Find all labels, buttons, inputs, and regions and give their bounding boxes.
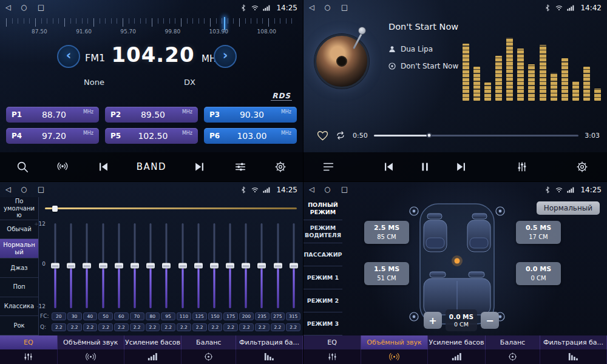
broadcast-icon[interactable] — [56, 160, 69, 174]
nav-recents-icon[interactable]: □ — [341, 186, 348, 194]
skip-next-icon[interactable] — [455, 160, 468, 174]
nav-recents-icon[interactable]: □ — [38, 186, 44, 194]
balance-icon[interactable] — [181, 349, 236, 364]
nav-recents-icon[interactable]: □ — [341, 4, 348, 12]
nav-back-icon[interactable]: ◁ — [309, 4, 314, 12]
preset-unit: MHz — [281, 130, 291, 136]
master-level-handle[interactable] — [52, 206, 58, 212]
tab-balance[interactable]: Баланс — [486, 335, 540, 349]
eq-preset-item[interactable]: По умолчанию — [0, 197, 38, 220]
eq-band-slider[interactable] — [146, 223, 155, 308]
bass-boost-icon[interactable] — [124, 349, 182, 364]
eq-band-slider[interactable] — [257, 223, 266, 308]
nav-back-icon[interactable]: ◁ — [5, 4, 11, 12]
eq-band-slider[interactable] — [226, 223, 234, 308]
progress-bar[interactable] — [374, 135, 579, 136]
tab-bass-boost[interactable]: Усиление басов — [124, 335, 182, 349]
eq-preset-item[interactable]: Классика — [0, 297, 38, 317]
eq-preset-item[interactable]: Джаз — [0, 258, 38, 278]
surround-mode-item[interactable]: РЕЖИМ 3 — [304, 312, 342, 335]
eq-band-slider[interactable] — [67, 223, 75, 308]
nav-recents-icon[interactable]: □ — [38, 4, 44, 12]
surround-speaker-icon[interactable] — [58, 349, 124, 364]
eq-band-slider[interactable] — [99, 223, 107, 308]
repeat-icon[interactable] — [334, 130, 347, 140]
spectrum-bar — [517, 49, 524, 101]
eq-band-slider[interactable] — [131, 223, 139, 308]
eq-band-slider[interactable] — [178, 223, 187, 308]
sliders-horizontal-icon[interactable] — [234, 160, 247, 174]
preset-p4[interactable]: P4 97.20 MHz — [6, 128, 99, 144]
pause-icon[interactable] — [418, 160, 432, 174]
tab-balance[interactable]: Баланс — [181, 335, 236, 349]
tab-crossover[interactable]: Фильтрация ба... — [540, 335, 607, 349]
tab-eq[interactable]: EQ — [304, 335, 361, 349]
crossover-icon[interactable] — [236, 349, 303, 364]
eq-preset-item[interactable]: Нормальный — [0, 239, 38, 258]
preset-id: P4 — [12, 132, 25, 140]
surround-mode-item[interactable]: ПОЛНЫЙ РЕЖИМ — [304, 197, 342, 220]
eq-band-slider[interactable] — [194, 223, 203, 308]
eq-band-slider[interactable] — [115, 223, 123, 308]
eq-band-slider[interactable] — [162, 223, 171, 308]
profile-button[interactable]: Нормальный — [537, 201, 600, 215]
tune-down-button[interactable]: ‹ — [57, 45, 80, 68]
delay-rear-left[interactable]: 1.5 MS 51 CM — [364, 262, 409, 285]
crossover-icon[interactable] — [540, 349, 607, 364]
progress-knob[interactable] — [426, 133, 432, 138]
eq-band-slider[interactable] — [242, 223, 250, 308]
tab-bass-boost[interactable]: Усиление басов — [428, 335, 486, 349]
decrease-delay-button[interactable]: − — [481, 312, 499, 329]
balance-icon[interactable] — [486, 349, 540, 364]
delay-front-left[interactable]: 2.5 MS 85 CM — [364, 221, 409, 244]
tab-surround[interactable]: Объёмный звук — [361, 335, 428, 349]
sliders-vertical-icon[interactable] — [515, 160, 529, 174]
nav-home-icon[interactable]: ○ — [325, 186, 331, 194]
nav-back-icon[interactable]: ◁ — [5, 186, 11, 194]
skip-previous-icon[interactable] — [382, 160, 395, 174]
surround-speaker-icon[interactable] — [361, 349, 428, 364]
heart-icon[interactable] — [317, 130, 328, 141]
album-art[interactable] — [314, 34, 369, 89]
preset-p5[interactable]: P5 102.50 MHz — [105, 128, 198, 144]
nav-home-icon[interactable]: ○ — [21, 186, 27, 194]
nav-home-icon[interactable]: ○ — [21, 4, 27, 12]
band-button[interactable]: BAND — [137, 161, 166, 172]
eq-band-slider[interactable] — [274, 223, 282, 308]
delay-rear-right[interactable]: 0.0 MS 0 CM — [516, 262, 561, 285]
surround-mode-item[interactable]: РЕЖИМ ВОДИТЕЛЯ — [304, 220, 342, 243]
tab-crossover[interactable]: Фильтрация ба... — [236, 335, 303, 349]
delay-front-right[interactable]: 0.5 MS 17 CM — [516, 221, 561, 244]
surround-mode-item[interactable]: РЕЖИМ 2 — [304, 289, 342, 312]
bass-boost-icon[interactable] — [428, 349, 486, 364]
eq-sliders-icon[interactable] — [0, 349, 58, 364]
playlist-icon[interactable] — [322, 160, 335, 174]
preset-p3[interactable]: P3 90.30 MHz — [204, 107, 297, 123]
eq-band-slider[interactable] — [290, 223, 298, 308]
surround-mode-item[interactable]: РЕЖИМ 1 — [304, 266, 342, 289]
eq-sliders-icon[interactable] — [304, 349, 361, 364]
scan-icon[interactable] — [16, 160, 29, 174]
eq-preset-item[interactable]: Поп — [0, 278, 38, 297]
tune-up-button[interactable]: › — [214, 45, 237, 68]
eq-band-slider[interactable] — [210, 223, 219, 308]
skip-previous-icon[interactable] — [97, 160, 110, 174]
preset-p2[interactable]: P2 89.50 MHz — [105, 107, 198, 123]
settings-gear-icon[interactable] — [575, 160, 589, 174]
nav-back-icon[interactable]: ◁ — [309, 186, 314, 194]
settings-gear-icon[interactable] — [274, 160, 287, 174]
frequency-ruler[interactable]: 87.50 91.60 95.70 99.80 103.90 108.00 — [6, 18, 297, 40]
preset-p6[interactable]: P6 103.00 MHz — [204, 128, 297, 144]
nav-home-icon[interactable]: ○ — [325, 4, 331, 12]
eq-band-slider[interactable] — [51, 223, 59, 308]
increase-delay-button[interactable]: + — [424, 312, 442, 329]
skip-next-icon[interactable] — [193, 160, 206, 174]
preset-p1[interactable]: P1 88.70 MHz — [6, 107, 99, 123]
surround-mode-item[interactable]: ПАССАЖИР — [304, 243, 342, 266]
tab-surround[interactable]: Объёмный звук — [58, 335, 124, 349]
eq-band-slider[interactable] — [83, 223, 91, 308]
tab-eq[interactable]: EQ — [0, 335, 58, 349]
eq-preset-item[interactable]: Обычай — [0, 220, 38, 240]
master-level-slider[interactable] — [45, 206, 297, 212]
eq-preset-item[interactable]: Рок — [0, 316, 38, 335]
